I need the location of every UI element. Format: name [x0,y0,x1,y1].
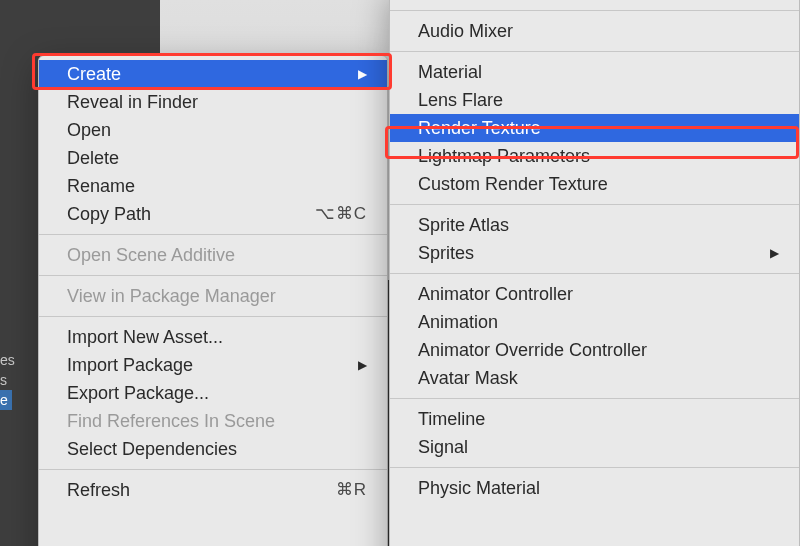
menu-item-select-dependencies[interactable]: Select Dependencies [39,435,387,463]
menu-item-render-texture[interactable]: Render Texture [390,114,799,142]
menu-item-label: Select Dependencies [67,437,237,461]
menu-item-label: Open Scene Additive [67,243,235,267]
menu-item-label: Delete [67,146,119,170]
menu-item-avatar-mask[interactable]: Avatar Mask [390,364,799,392]
menu-item-label: Physic Material [418,476,540,500]
menu-item-sprites[interactable]: Sprites ▶ [390,239,799,267]
menu-item-label: Material [418,60,482,84]
menu-item-label: Audio Mixer [418,19,513,43]
menu-item-label: Open [67,118,111,142]
menu-item-sprite-atlas[interactable]: Sprite Atlas [390,211,799,239]
menu-item-label: Refresh [67,478,130,502]
shortcut-label: ⌥⌘C [315,202,367,226]
menu-item-label: Import New Asset... [67,325,223,349]
menu-separator [390,273,799,274]
menu-item-audio-mixer[interactable]: Audio Mixer [390,17,799,45]
menu-item-label: Animator Override Controller [418,338,647,362]
menu-item-create[interactable]: Create ▶ [39,60,387,88]
menu-item-label: Lightmap Parameters [418,144,590,168]
menu-item-label: Sprite Atlas [418,213,509,237]
menu-item-label: Timeline [418,407,485,431]
menu-item-open-scene-additive: Open Scene Additive [39,241,387,269]
submenu-arrow-icon: ▶ [358,62,367,86]
menu-item-label: Copy Path [67,202,151,226]
menu-item-delete[interactable]: Delete [39,144,387,172]
menu-item-animation[interactable]: Animation [390,308,799,336]
context-menu-primary: Create ▶ Reveal in Finder Open Delete Re… [38,55,388,546]
menu-item-rename[interactable]: Rename [39,172,387,200]
menu-item-open[interactable]: Open [39,116,387,144]
menu-item-label: View in Package Manager [67,284,276,308]
menu-item-label: Rename [67,174,135,198]
menu-item-copy-path[interactable]: Copy Path ⌥⌘C [39,200,387,228]
shortcut-label: ⌘R [336,478,367,502]
menu-item-signal[interactable]: Signal [390,433,799,461]
menu-item-custom-render-texture[interactable]: Custom Render Texture [390,170,799,198]
menu-item-label: Import Package [67,353,193,377]
menu-item-label: Reveal in Finder [67,90,198,114]
menu-item-find-references: Find References In Scene [39,407,387,435]
hierarchy-panel-fragment: es s e [0,350,20,410]
menu-item-view-package-manager: View in Package Manager [39,282,387,310]
menu-item-timeline[interactable]: Timeline [390,405,799,433]
menu-item-animator-override-controller[interactable]: Animator Override Controller [390,336,799,364]
menu-separator [390,51,799,52]
menu-separator [39,234,387,235]
menu-item-label: Signal [418,435,468,459]
menu-separator [390,467,799,468]
menu-item-label: Avatar Mask [418,366,518,390]
menu-item-label: Create [67,62,121,86]
menu-item-refresh[interactable]: Refresh ⌘R [39,476,387,504]
menu-separator [390,10,799,11]
menu-separator [39,469,387,470]
menu-item-label: Custom Render Texture [418,172,608,196]
menu-item-label: Export Package... [67,381,209,405]
menu-item-label: Sprites [418,241,474,265]
menu-separator [390,204,799,205]
menu-item-label: Animator Controller [418,282,573,306]
menu-item-material[interactable]: Material [390,58,799,86]
submenu-arrow-icon: ▶ [770,241,779,265]
menu-item-physic-material[interactable]: Physic Material [390,474,799,502]
menu-item-label: Lens Flare [418,88,503,112]
menu-separator [39,275,387,276]
menu-item-label: Find References In Scene [67,409,275,433]
menu-item-animator-controller[interactable]: Animator Controller [390,280,799,308]
menu-item-label: Render Texture [418,116,541,140]
menu-item-import-new-asset[interactable]: Import New Asset... [39,323,387,351]
menu-item-import-package[interactable]: Import Package ▶ [39,351,387,379]
menu-item-lens-flare[interactable]: Lens Flare [390,86,799,114]
menu-item-label: Animation [418,310,498,334]
menu-separator [39,316,387,317]
menu-item-export-package[interactable]: Export Package... [39,379,387,407]
submenu-arrow-icon: ▶ [358,353,367,377]
menu-item-lightmap-parameters[interactable]: Lightmap Parameters [390,142,799,170]
context-menu-create-submenu: Audio Mixer Material Lens Flare Render T… [389,0,800,546]
menu-item-reveal-in-finder[interactable]: Reveal in Finder [39,88,387,116]
menu-separator [390,398,799,399]
